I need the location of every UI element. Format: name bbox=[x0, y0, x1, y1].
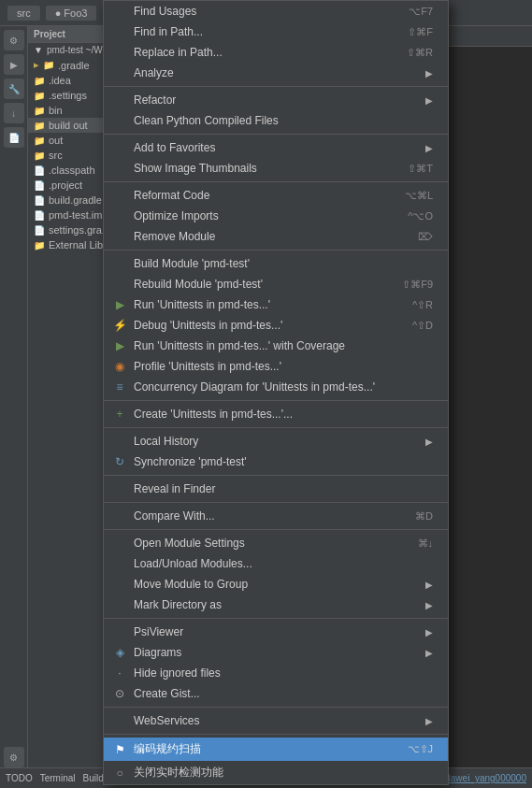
menu-item-analyze[interactable]: Analyze ▶ bbox=[104, 63, 448, 83]
tool-icons-panel: ⚙ ▶ 🔧 ↓ 📄 ⚙ bbox=[0, 26, 28, 767]
menu-item-reveal-finder[interactable]: Reveal in Finder bbox=[104, 479, 448, 499]
separator-7 bbox=[104, 475, 448, 476]
menu-item-move-module[interactable]: Move Module to Group ▶ bbox=[104, 574, 448, 595]
menu-item-find-usages[interactable]: Find Usages ⌥F7 bbox=[104, 1, 448, 21]
menu-item-find-in-path[interactable]: Find in Path... ⇧⌘F bbox=[104, 21, 448, 42]
menu-item-add-favorites[interactable]: Add to Favorites ▶ bbox=[104, 137, 448, 158]
folder-icon: ▸ bbox=[34, 59, 39, 71]
diagrams-icon: ◈ bbox=[111, 646, 128, 659]
menu-item-compare-with[interactable]: Compare With... ⌘D bbox=[104, 506, 448, 526]
debug-icon: ⚡ bbox=[111, 319, 128, 332]
menu-item-load-unload[interactable]: Load/Unload Modules... bbox=[104, 553, 448, 574]
close-detect-icon: ○ bbox=[111, 767, 128, 780]
tool-icon-3[interactable]: 🔧 bbox=[4, 79, 24, 99]
run-icon: ▶ bbox=[111, 298, 128, 311]
menu-item-run-unittests[interactable]: ▶ Run 'Unittests in pmd-tes...' ^⇧R bbox=[104, 294, 448, 315]
menu-item-build-module[interactable]: Build Module 'pmd-test' bbox=[104, 253, 448, 274]
tool-icon-4[interactable]: ↓ bbox=[4, 103, 24, 123]
tool-icon-2[interactable]: ▶ bbox=[4, 54, 24, 75]
menu-item-synchronize[interactable]: ↻ Synchronize 'pmd-test' bbox=[104, 451, 448, 472]
separator-12 bbox=[104, 734, 448, 735]
tab-foo3[interactable]: ● Foo3 bbox=[46, 6, 97, 21]
menu-item-psiviewer[interactable]: PsiViewer ▶ bbox=[104, 622, 448, 642]
tool-icon-1[interactable]: ⚙ bbox=[4, 30, 24, 50]
menu-item-debug-unittests[interactable]: ⚡ Debug 'Unittests in pmd-tes...' ^⇧D bbox=[104, 315, 448, 336]
scan-icon: ⚑ bbox=[111, 743, 128, 756]
status-build[interactable]: Build bbox=[83, 773, 104, 783]
menu-item-run-coverage[interactable]: ▶ Run 'Unittests in pmd-tes...' with Cov… bbox=[104, 336, 448, 356]
tool-icon-5[interactable]: 📄 bbox=[4, 127, 24, 148]
separator-3 bbox=[104, 181, 448, 182]
menu-item-close-detect[interactable]: ○ 关闭实时检测功能 bbox=[104, 761, 448, 784]
separator-1 bbox=[104, 86, 448, 87]
menu-item-local-history[interactable]: Local History ▶ bbox=[104, 431, 448, 451]
menu-item-replace-in-path[interactable]: Replace in Path... ⇧⌘R bbox=[104, 42, 448, 63]
tab-src[interactable]: src bbox=[7, 6, 40, 21]
separator-8 bbox=[104, 502, 448, 503]
menu-item-concurrency[interactable]: ≡ Concurrency Diagram for 'Unittests in … bbox=[104, 377, 448, 397]
menu-item-remove-module[interactable]: Remove Module ⌦ bbox=[104, 226, 448, 247]
menu-item-profile[interactable]: ◉ Profile 'Unittests in pmd-tes...' bbox=[104, 356, 448, 377]
separator-10 bbox=[104, 618, 448, 619]
separator-11 bbox=[104, 707, 448, 708]
create-icon: + bbox=[111, 408, 128, 421]
menu-item-hide-ignored[interactable]: · Hide ignored files bbox=[104, 663, 448, 683]
coverage-icon: ▶ bbox=[111, 339, 128, 352]
menu-item-webservices[interactable]: WebServices ▶ bbox=[104, 710, 448, 731]
separator-9 bbox=[104, 529, 448, 530]
context-menu: Find Usages ⌥F7 Find in Path... ⇧⌘F Repl… bbox=[103, 0, 449, 785]
menu-item-open-module-settings[interactable]: Open Module Settings ⌘↓ bbox=[104, 533, 448, 553]
menu-item-reformat[interactable]: Reformat Code ⌥⌘L bbox=[104, 185, 448, 206]
status-terminal[interactable]: Terminal bbox=[40, 773, 76, 783]
separator-4 bbox=[104, 250, 448, 251]
menu-item-diagrams[interactable]: ◈ Diagrams ▶ bbox=[104, 642, 448, 663]
menu-item-create-gist[interactable]: ⊙ Create Gist... bbox=[104, 683, 448, 704]
menu-item-rebuild-module[interactable]: Rebuild Module 'pmd-test' ⇧⌘F9 bbox=[104, 274, 448, 294]
gist-icon: ⊙ bbox=[111, 687, 128, 700]
hidden-files-icon: · bbox=[111, 666, 128, 680]
separator-2 bbox=[104, 134, 448, 135]
separator-5 bbox=[104, 400, 448, 401]
menu-item-mark-directory[interactable]: Mark Directory as ▶ bbox=[104, 595, 448, 615]
menu-item-code-scan[interactable]: ⚑ 编码规约扫描 ⌥⇧J bbox=[104, 738, 448, 761]
separator-6 bbox=[104, 427, 448, 428]
menu-item-optimize-imports[interactable]: Optimize Imports ^⌥O bbox=[104, 206, 448, 226]
status-todo[interactable]: TODO bbox=[6, 773, 33, 783]
tool-icon-6[interactable]: ⚙ bbox=[4, 747, 24, 767]
menu-item-refactor[interactable]: Refactor ▶ bbox=[104, 90, 448, 110]
concurrency-icon: ≡ bbox=[111, 380, 128, 394]
menu-item-create-unittests[interactable]: + Create 'Unittests in pmd-tes...'... bbox=[104, 404, 448, 424]
menu-item-clean-python[interactable]: Clean Python Compiled Files bbox=[104, 110, 448, 131]
sync-icon: ↻ bbox=[111, 455, 128, 468]
profile-icon: ◉ bbox=[111, 360, 128, 373]
menu-item-show-thumbnails[interactable]: Show Image Thumbnails ⇧⌘T bbox=[104, 158, 448, 179]
